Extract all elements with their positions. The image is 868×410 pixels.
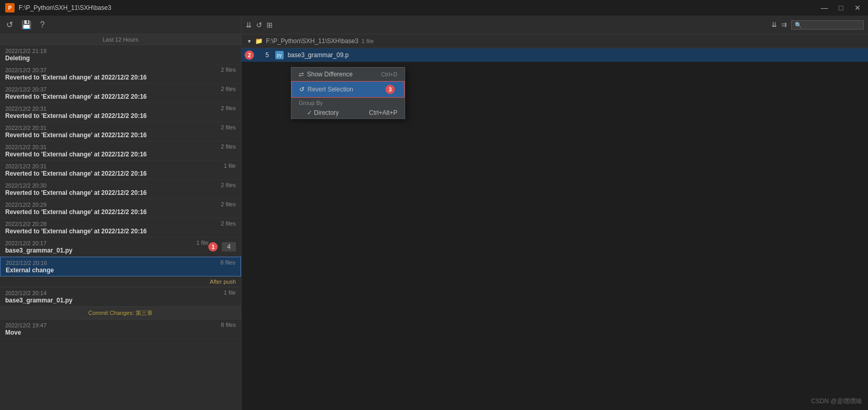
- file-section: 2 5 py base3_grammar_09.p ⇄ Show Differe…: [242, 48, 868, 62]
- file-tree-header: ▼ 📁 F:\P_Python\SXH_11\SXH\base3 1 file: [242, 34, 868, 48]
- checkmark-icon: ✓: [307, 109, 312, 116]
- left-panel: ↺ 💾 ? Last 12 Hours 2022/12/2 21:19 Dele…: [0, 16, 242, 410]
- bottom-credit-text: CSDN @是嘿嘿呦: [811, 397, 862, 406]
- filter-icon: ⇊: [771, 21, 777, 29]
- commit-changes-label: Commit Changes: 第三章: [0, 307, 241, 320]
- refresh-button[interactable]: ↺: [4, 19, 15, 31]
- group-by-section: Group By: [291, 98, 405, 107]
- list-item[interactable]: 2022/12/2 20:31 2 files Reverted to 'Ext…: [0, 122, 241, 141]
- show-difference-shortcut: Ctrl+D: [381, 71, 397, 77]
- group-button[interactable]: ⊞: [266, 21, 273, 29]
- maximize-button[interactable]: □: [836, 3, 846, 13]
- section-header: Last 12 Hours: [0, 34, 241, 45]
- list-item[interactable]: 2022/12/2 20:31 1 file Reverted to 'Exte…: [0, 161, 241, 180]
- collapse-all-button[interactable]: ⇊: [246, 21, 252, 29]
- directory-shortcut: Ctrl+Alt+P: [369, 109, 397, 116]
- title-path: F:\P_Python\SXH_11\SXH\base3: [19, 4, 111, 11]
- search-input[interactable]: [791, 20, 864, 30]
- list-item[interactable]: 2022/12/2 20:29 2 files Reverted to 'Ext…: [0, 199, 241, 218]
- save-button[interactable]: 💾: [19, 19, 34, 31]
- step-badge-3: 3: [385, 85, 395, 94]
- list-item[interactable]: 2022/12/2 20:37 2 files Reverted to 'Ext…: [0, 84, 241, 103]
- step-badge-1: 1: [208, 242, 218, 252]
- list-item-external-change[interactable]: 2022/12/2 20:16 8 files External change: [0, 257, 241, 276]
- list-item[interactable]: 2022/12/2 20:31 2 files Reverted to 'Ext…: [0, 103, 241, 122]
- list-item[interactable]: 2022/12/2 20:37 2 files Reverted to 'Ext…: [0, 64, 241, 84]
- revert-selection-label: Revert Selection: [308, 86, 353, 93]
- file-name: base3_grammar_09.p: [288, 51, 349, 59]
- directory-label: Directory: [314, 109, 339, 116]
- show-difference-icon: ⇄: [299, 71, 304, 78]
- directory-item[interactable]: ✓ Directory Ctrl+Alt+P: [291, 107, 405, 118]
- list-item[interactable]: 2022/12/2 21:19 Deleting: [0, 45, 241, 64]
- list-item[interactable]: 2022/12/2 19:47 8 files Move: [0, 320, 241, 339]
- step-number-5: 5: [265, 51, 269, 59]
- list-item[interactable]: 2022/12/2 20:17 1 file base3_grammar_01.…: [0, 237, 241, 257]
- sort-icon: ⇉: [781, 21, 787, 29]
- list-item[interactable]: 2022/12/2 20:30 2 files Reverted to 'Ext…: [0, 180, 241, 199]
- file-row[interactable]: 2 5 py base3_grammar_09.p: [242, 48, 868, 62]
- left-toolbar: ↺ 💾 ?: [0, 16, 241, 34]
- folder-icon: 📁: [255, 37, 263, 45]
- step-tooltip-4: 4: [222, 242, 236, 252]
- search-container: ⇊ ⇉: [771, 20, 864, 30]
- chevron-down-icon[interactable]: ▼: [247, 38, 252, 44]
- title-bar: P F:\P_Python\SXH_11\SXH\base3 — □ ✕: [0, 0, 868, 16]
- main-container: ↺ 💾 ? Last 12 Hours 2022/12/2 21:19 Dele…: [0, 16, 868, 410]
- revert-selection-item[interactable]: ↺ Revert Selection 3: [291, 81, 405, 98]
- revert-selection-icon: ↺: [299, 86, 304, 93]
- list-item[interactable]: 2022/12/2 20:28 2 files Reverted to 'Ext…: [0, 218, 241, 237]
- app-icon: P: [5, 3, 15, 12]
- help-button[interactable]: ?: [38, 19, 47, 31]
- right-toolbar: ⇊ ↺ ⊞ ⇊ ⇉: [242, 16, 868, 34]
- window-controls[interactable]: — □ ✕: [819, 3, 863, 13]
- right-panel: ⇊ ↺ ⊞ ⇊ ⇉ ▼ 📁 F:\P_Python\SXH_11\SXH\bas…: [242, 16, 868, 410]
- expand-all-button[interactable]: ↺: [256, 21, 262, 29]
- close-button[interactable]: ✕: [852, 3, 863, 13]
- history-list[interactable]: 2022/12/2 21:19 Deleting 2022/12/2 20:37…: [0, 45, 241, 410]
- context-menu: ⇄ Show Difference Ctrl+D ↺ Revert Select…: [291, 67, 405, 119]
- after-push-label: After push: [0, 276, 241, 287]
- file-icon: py: [275, 51, 284, 59]
- minimize-button[interactable]: —: [819, 3, 830, 13]
- list-item[interactable]: 2022/12/2 20:14 1 file base3_grammar_01.…: [0, 287, 241, 307]
- list-item[interactable]: 2022/12/2 20:31 2 files Reverted to 'Ext…: [0, 141, 241, 161]
- show-difference-item[interactable]: ⇄ Show Difference Ctrl+D: [291, 68, 405, 81]
- show-difference-label: Show Difference: [307, 71, 353, 78]
- step-badge-2: 2: [245, 50, 254, 60]
